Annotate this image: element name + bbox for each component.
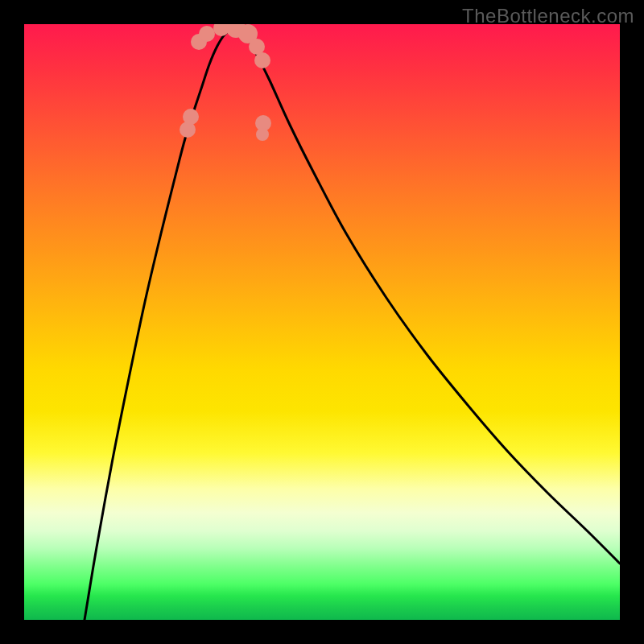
chart-plot-area [24, 24, 620, 620]
watermark-text: TheBottleneck.com [462, 5, 634, 27]
